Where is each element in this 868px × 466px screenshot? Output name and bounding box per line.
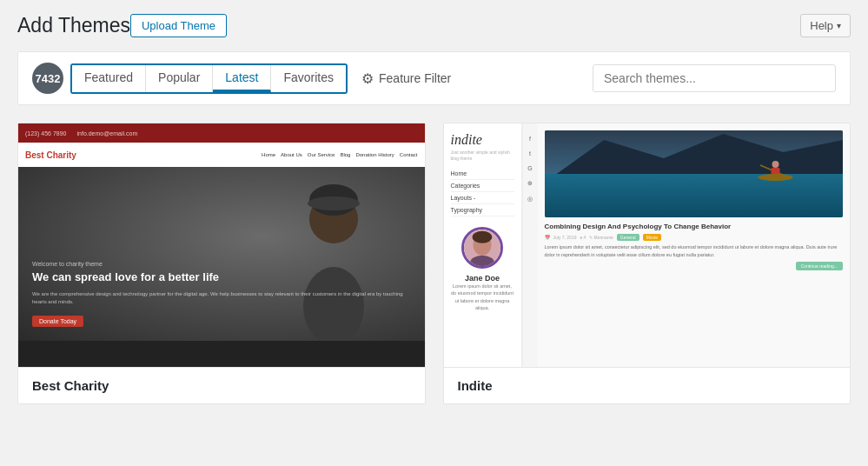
bc-hero: Welcome to charity theme We can spread l… — [18, 167, 425, 341]
author: ✎ Monname — [589, 235, 613, 240]
indite-post-title: Combining Design And Psychology To Chang… — [545, 223, 844, 231]
page-title: Add Themes — [17, 14, 130, 37]
upload-theme-button[interactable]: Upload Theme — [130, 14, 227, 37]
google-icon: G — [527, 165, 532, 171]
svg-point-3 — [308, 196, 360, 210]
bc-nav-contact: Contact — [400, 152, 418, 157]
continue-reading-button: Continue reading... — [796, 262, 843, 270]
theme-name-indite: Indite — [458, 378, 837, 393]
bc-hero-title: We can spread love for a better life — [32, 270, 411, 285]
bc-logo: Best Charity — [25, 150, 76, 160]
theme-info-best-charity: Best Charity — [18, 367, 425, 403]
theme-card-indite: indite Just another simple and stylish b… — [443, 123, 851, 404]
twitter-icon: t — [529, 150, 531, 156]
github-icon: ◎ — [527, 196, 533, 203]
instagram-icon: ⊕ — [527, 180, 533, 187]
feature-filter[interactable]: ⚙ Feature Filter — [361, 70, 451, 87]
bc-phone: (123) 456 7890 — [25, 130, 66, 136]
theme-count-badge: 7432 — [32, 63, 63, 94]
indite-post-image — [545, 130, 844, 217]
help-label: Help — [810, 19, 833, 32]
tag-general: General — [617, 234, 639, 241]
indite-sidebar: indite Just another simple and stylish b… — [444, 123, 522, 367]
theme-screenshot-indite: indite Just another simple and stylish b… — [444, 123, 851, 367]
indite-profile-name: Jane Doe — [451, 274, 514, 283]
gear-icon: ⚙ — [361, 70, 374, 87]
indite-nav-home: Home — [451, 168, 514, 180]
filter-bar: 7432 Featured Popular Latest Favorites ⚙… — [17, 51, 851, 105]
svg-point-6 — [473, 231, 493, 243]
help-button[interactable]: Help ▾ — [800, 14, 851, 37]
indite-post-meta: 📅 July 7, 2019 ♦ 4 ✎ Monname General Mov… — [545, 234, 844, 241]
comment-count: ♦ 4 — [580, 235, 586, 240]
svg-point-9 — [772, 161, 779, 168]
indite-nav-categories: Categories — [451, 180, 514, 192]
facebook-icon: f — [529, 136, 531, 142]
tab-featured[interactable]: Featured — [72, 65, 146, 92]
indite-logo: indite — [451, 132, 514, 148]
bc-hero-label: Welcome to charity theme — [32, 261, 411, 267]
theme-card-best-charity: (123) 456 7890 info.demo@email.com Best … — [17, 123, 426, 404]
themes-grid: (123) 456 7890 info.demo@email.com Best … — [17, 123, 851, 404]
tab-popular[interactable]: Popular — [146, 65, 213, 92]
indite-profile-area: Jane Doe Lorem ipsum dolor sit amet, do … — [451, 227, 514, 311]
bc-hero-content: Welcome to charity theme We can spread l… — [32, 261, 411, 327]
bc-topbar: (123) 456 7890 info.demo@email.com — [18, 123, 425, 143]
indite-nav-typography: Typography — [451, 204, 514, 216]
theme-info-indite: Indite — [444, 367, 851, 403]
indite-social-strip: f t G ⊕ ◎ — [522, 123, 538, 367]
calendar-icon: 📅 — [545, 235, 550, 240]
tag-movie: Movie — [643, 234, 661, 241]
bc-hero-text: We are the comprehensive design and tech… — [32, 290, 411, 306]
bc-nav-about: About Us — [281, 152, 302, 157]
tab-group: Featured Popular Latest Favorites — [70, 63, 348, 94]
tab-latest[interactable]: Latest — [213, 65, 271, 92]
indite-nav-layouts: Layouts - — [451, 192, 514, 204]
bc-nav: Best Charity Home About Us Our Service B… — [18, 143, 425, 167]
bc-nav-donation: Donation History — [355, 152, 394, 157]
indite-main-content: Combining Design And Psychology To Chang… — [538, 123, 851, 367]
bc-email: info.demo@email.com — [76, 130, 137, 136]
bc-nav-service: Our Service — [308, 152, 335, 157]
svg-point-11 — [759, 174, 793, 181]
bc-nav-links: Home About Us Our Service Blog Donation … — [262, 152, 417, 157]
tab-favorites[interactable]: Favorites — [271, 65, 346, 92]
chevron-down-icon: ▾ — [837, 21, 841, 30]
post-date: July 7, 2019 — [553, 235, 577, 240]
indite-tagline: Just another simple and stylish blog the… — [451, 150, 514, 161]
indite-profile-bio: Lorem ipsum dolor sit amet, do eiusmod t… — [451, 283, 514, 311]
indite-post-text: Lorem ipsum dolor sit amet, consectetur … — [545, 243, 844, 258]
theme-name-best-charity: Best Charity — [32, 378, 411, 393]
indite-avatar — [461, 227, 503, 269]
bc-nav-blog: Blog — [340, 152, 350, 157]
bc-donate-button: Donate Today — [32, 316, 83, 327]
theme-screenshot-best-charity: (123) 456 7890 info.demo@email.com Best … — [18, 123, 425, 367]
bc-nav-home: Home — [262, 152, 275, 157]
search-input[interactable] — [593, 64, 836, 92]
feature-filter-label: Feature Filter — [379, 71, 451, 85]
